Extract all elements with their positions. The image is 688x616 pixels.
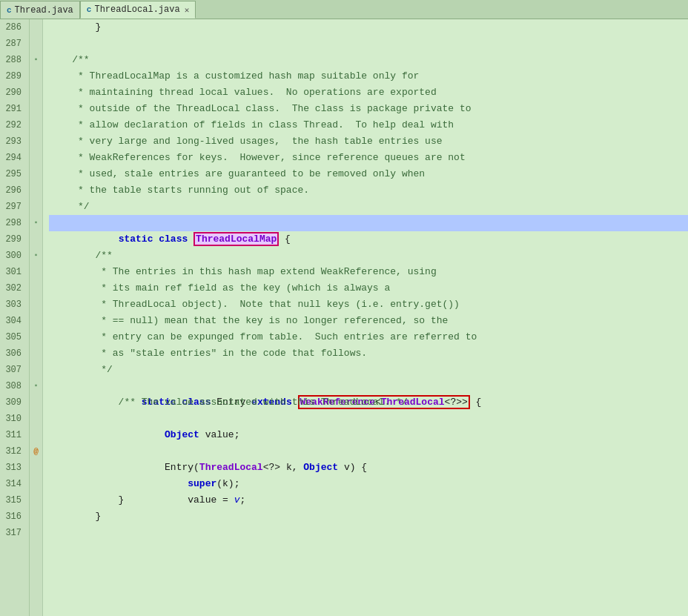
ln-302: 302 bbox=[0, 280, 24, 297]
code-line-303: * ThreadLocal object). Note that null ke… bbox=[49, 297, 688, 313]
code-299 bbox=[49, 234, 55, 245]
code-line-302: * its main ref field as the key (which i… bbox=[49, 280, 688, 297]
ln-314: 314 bbox=[0, 476, 24, 492]
code-line-290: * maintaining thread local values. No op… bbox=[49, 85, 688, 101]
ln-296: 296 bbox=[0, 182, 24, 199]
ln-286: 286 bbox=[0, 19, 24, 36]
ln-299: 299 bbox=[0, 231, 24, 248]
gutter-310 bbox=[30, 411, 42, 427]
ln-287: 287 bbox=[0, 36, 24, 52]
gutter-292 bbox=[30, 117, 42, 133]
ln-300: 300 bbox=[0, 248, 24, 264]
tab-threadlocal-java[interactable]: c ThreadLocal.java ✕ bbox=[80, 1, 196, 19]
code-line-306: * as "stale entries" in the code that fo… bbox=[49, 345, 688, 362]
code-293: * very large and long-lived usages, the … bbox=[49, 136, 443, 147]
ln-294: 294 bbox=[0, 150, 24, 166]
code-286: } bbox=[49, 21, 101, 33]
ln-307: 307 bbox=[0, 362, 24, 378]
code-288: /** bbox=[49, 54, 90, 65]
code-line-300: /** bbox=[49, 248, 688, 264]
gutter-316 bbox=[30, 509, 42, 525]
gutter-303 bbox=[30, 297, 42, 313]
ln-290: 290 bbox=[0, 85, 24, 101]
gutter-314 bbox=[30, 476, 42, 492]
gutter-296 bbox=[30, 182, 42, 199]
gutter-315 bbox=[30, 492, 42, 509]
ln-313: 313 bbox=[0, 460, 24, 476]
code-294: * WeakReferences for keys. However, sinc… bbox=[49, 152, 466, 163]
ln-308: 308 bbox=[0, 378, 24, 394]
ln-301: 301 bbox=[0, 264, 24, 280]
ln-303: 303 bbox=[0, 297, 24, 313]
ln-310: 310 bbox=[0, 411, 24, 427]
tab-icon-thread: c bbox=[7, 6, 12, 15]
gutter-294 bbox=[30, 150, 42, 166]
code-line-287 bbox=[49, 36, 688, 52]
line-numbers: 286 287 288 289 290 291 292 293 294 295 … bbox=[0, 19, 30, 616]
code-305: * entry can be expunged from table. Such… bbox=[49, 331, 477, 342]
code-292: * allow declaration of fields in class T… bbox=[49, 119, 454, 130]
code-306: * as "stale entries" in the code that fo… bbox=[49, 348, 367, 359]
code-311 bbox=[49, 429, 55, 440]
gutter-301 bbox=[30, 264, 42, 280]
ln-316: 316 bbox=[0, 509, 24, 525]
gutter-312: @ bbox=[30, 443, 42, 460]
code-315: } bbox=[49, 494, 124, 506]
code-line-292: * allow declaration of fields in class T… bbox=[49, 117, 688, 133]
code-line-310: Object value; bbox=[49, 411, 688, 427]
ln-291: 291 bbox=[0, 101, 24, 117]
code-304: * == null) mean that the key is no longe… bbox=[49, 315, 448, 326]
gutter-300[interactable]: ▪ bbox=[30, 248, 42, 264]
code-line-308: static class Entry extends WeakReference… bbox=[49, 378, 688, 394]
ln-304: 304 bbox=[0, 313, 24, 329]
code-line-286: } bbox=[49, 19, 688, 36]
gutter-308[interactable]: ▪ bbox=[30, 378, 42, 394]
code-291: * outside of the ThreadLocal class. The … bbox=[49, 103, 472, 114]
gutter-289 bbox=[30, 68, 42, 85]
code-line-316: } bbox=[49, 509, 688, 525]
ln-292: 292 bbox=[0, 117, 24, 133]
tab-close-button[interactable]: ✕ bbox=[185, 5, 190, 15]
gutter-304 bbox=[30, 313, 42, 329]
gutter-298[interactable]: ▪ bbox=[30, 215, 42, 231]
tab-label-thread: Thread.java bbox=[15, 5, 73, 16]
code-301: * The entries in this hash map extend We… bbox=[49, 266, 437, 277]
code-line-296: * the table starts running out of space. bbox=[49, 182, 688, 199]
gutter-306 bbox=[30, 345, 42, 362]
code-line-297: */ bbox=[49, 199, 688, 215]
ln-293: 293 bbox=[0, 133, 24, 150]
gutter: ▪ ▪ ▪ ▪ @ bbox=[30, 19, 43, 616]
gutter-286 bbox=[30, 19, 42, 36]
code-line-301: * The entries in this hash map extend We… bbox=[49, 264, 688, 280]
gutter-302 bbox=[30, 280, 42, 297]
code-287 bbox=[49, 38, 55, 49]
ln-305: 305 bbox=[0, 329, 24, 345]
gutter-288[interactable]: ▪ bbox=[30, 52, 42, 68]
gutter-307 bbox=[30, 362, 42, 378]
gutter-311 bbox=[30, 427, 42, 443]
ln-317: 317 bbox=[0, 525, 24, 541]
tab-bar: c Thread.java c ThreadLocal.java ✕ bbox=[0, 0, 688, 19]
code-line-288: /** bbox=[49, 52, 688, 68]
gutter-317 bbox=[30, 525, 42, 541]
code-line-315: } bbox=[49, 492, 688, 509]
code-line-313: super(k); bbox=[49, 460, 688, 476]
ln-297: 297 bbox=[0, 199, 24, 215]
ln-288: 288 bbox=[0, 52, 24, 68]
code-302: * its main ref field as the key (which i… bbox=[49, 282, 390, 294]
gutter-309 bbox=[30, 394, 42, 411]
code-line-307: */ bbox=[49, 362, 688, 378]
tab-thread-java[interactable]: c Thread.java bbox=[0, 1, 80, 19]
gutter-295 bbox=[30, 166, 42, 182]
tab-icon-threadlocal: c bbox=[87, 5, 92, 14]
ln-312: 312 bbox=[0, 443, 24, 460]
code-line-314: value = v; bbox=[49, 476, 688, 492]
code-line-317 bbox=[49, 525, 688, 541]
code-303: * ThreadLocal object). Note that null ke… bbox=[49, 299, 460, 310]
code-line-293: * very large and long-lived usages, the … bbox=[49, 133, 688, 150]
gutter-305 bbox=[30, 329, 42, 345]
ln-309: 309 bbox=[0, 394, 24, 411]
code-line-291: * outside of the ThreadLocal class. The … bbox=[49, 101, 688, 117]
code-line-304: * == null) mean that the key is no longe… bbox=[49, 313, 688, 329]
code-307: */ bbox=[49, 364, 113, 375]
